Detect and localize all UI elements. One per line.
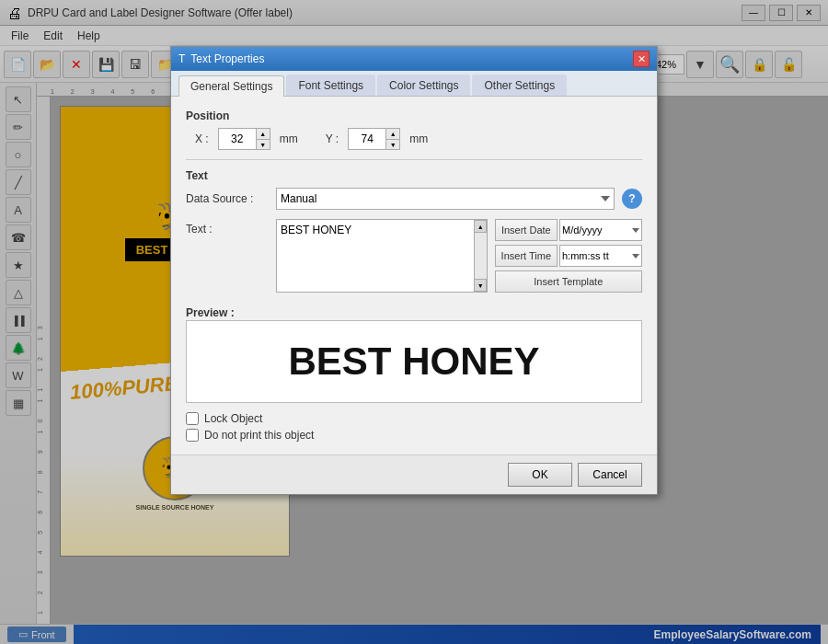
text-area-container: BEST HONEY ▲ ▼ — [276, 219, 488, 293]
insert-buttons: Insert Date M/d/yyyy MM/dd/yyyy yyyy-MM-… — [495, 219, 642, 293]
text-field-label: Text : — [186, 219, 269, 236]
text-scroll: ▲ ▼ — [474, 220, 487, 292]
main-area: ↖ ✏ ○ ╱ A ☎ ★ △ ▐▐ 🌲 W ▦ 1 2 3 4 5 6 7 8… — [0, 83, 828, 624]
datasource-label: Data Source : — [186, 192, 269, 205]
tab-color-settings[interactable]: Color Settings — [377, 75, 470, 96]
cancel-button[interactable]: Cancel — [578, 463, 642, 487]
tab-font-settings[interactable]: Font Settings — [286, 75, 375, 96]
scroll-up[interactable]: ▲ — [474, 220, 487, 233]
x-spin-down[interactable]: ▼ — [257, 139, 270, 149]
x-spinner[interactable]: 32 ▲ ▼ — [218, 128, 270, 150]
insert-date-row: Insert Date M/d/yyyy MM/dd/yyyy yyyy-MM-… — [495, 219, 642, 241]
lock-object-label: Lock Object — [204, 412, 262, 425]
no-print-row: Do not print this object — [186, 429, 642, 442]
insert-date-button[interactable]: Insert Date — [495, 219, 558, 241]
text-properties-dialog: T Text Properties ✕ General Settings Fon… — [170, 46, 658, 495]
insert-template-button[interactable]: Insert Template — [495, 270, 642, 293]
insert-time-button[interactable]: Insert Time — [495, 245, 558, 267]
y-label: Y : — [326, 132, 339, 145]
checkbox-section: Lock Object Do not print this object — [186, 412, 642, 442]
no-print-label: Do not print this object — [204, 429, 314, 442]
lock-object-row: Lock Object — [186, 412, 642, 425]
insert-time-row: Insert Time h:mm:ss tt HH:mm:ss — [495, 245, 642, 267]
datasource-dropdown[interactable]: Manual Database Barcode — [276, 188, 615, 210]
text-area-input[interactable]: BEST HONEY — [277, 220, 474, 292]
preview-box: BEST HONEY — [186, 320, 642, 403]
position-section-label: Position — [186, 109, 642, 122]
dialog-close-button[interactable]: ✕ — [633, 51, 650, 67]
y-spin-down[interactable]: ▼ — [386, 139, 399, 149]
ok-button[interactable]: OK — [508, 463, 572, 487]
x-unit: mm — [280, 132, 298, 145]
x-value[interactable]: 32 — [219, 129, 256, 149]
dialog-title-bar: T Text Properties ✕ — [171, 47, 657, 71]
y-spin-buttons: ▲ ▼ — [385, 129, 399, 149]
dialog-body: Position X : 32 ▲ ▼ mm Y : 74 — [171, 97, 657, 454]
preview-text: BEST HONEY — [288, 339, 539, 384]
date-format-dropdown[interactable]: M/d/yyyy MM/dd/yyyy yyyy-MM-dd — [559, 219, 642, 241]
modal-overlay: T Text Properties ✕ General Settings Fon… — [0, 0, 828, 644]
dialog-icon: T — [178, 52, 185, 65]
text-input-row: Text : BEST HONEY ▲ ▼ — [186, 219, 642, 293]
scroll-down[interactable]: ▼ — [474, 279, 487, 292]
datasource-row: Data Source : Manual Database Barcode ? — [186, 188, 642, 210]
y-unit: mm — [409, 132, 428, 145]
dialog-footer: OK Cancel — [171, 454, 657, 494]
help-button[interactable]: ? — [622, 189, 642, 209]
text-section-label: Text — [186, 169, 642, 182]
tab-general-settings[interactable]: General Settings — [178, 75, 284, 97]
time-format-dropdown[interactable]: h:mm:ss tt HH:mm:ss — [559, 245, 642, 267]
x-spin-up[interactable]: ▲ — [257, 129, 270, 139]
y-spinner[interactable]: 74 ▲ ▼ — [348, 128, 400, 150]
divider1 — [186, 159, 642, 160]
tab-bar: General Settings Font Settings Color Set… — [171, 71, 657, 97]
y-spin-up[interactable]: ▲ — [386, 129, 399, 139]
tab-other-settings[interactable]: Other Settings — [472, 75, 567, 96]
x-label: X : — [195, 132, 209, 145]
preview-label: Preview : — [186, 306, 235, 319]
lock-object-checkbox[interactable] — [186, 412, 199, 425]
no-print-checkbox[interactable] — [186, 429, 199, 442]
x-spin-buttons: ▲ ▼ — [256, 129, 270, 149]
position-row: X : 32 ▲ ▼ mm Y : 74 ▲ ▼ — [195, 128, 642, 150]
y-value[interactable]: 74 — [349, 129, 385, 149]
preview-section: Preview : BEST HONEY — [186, 304, 642, 403]
dialog-title: Text Properties — [190, 52, 633, 65]
